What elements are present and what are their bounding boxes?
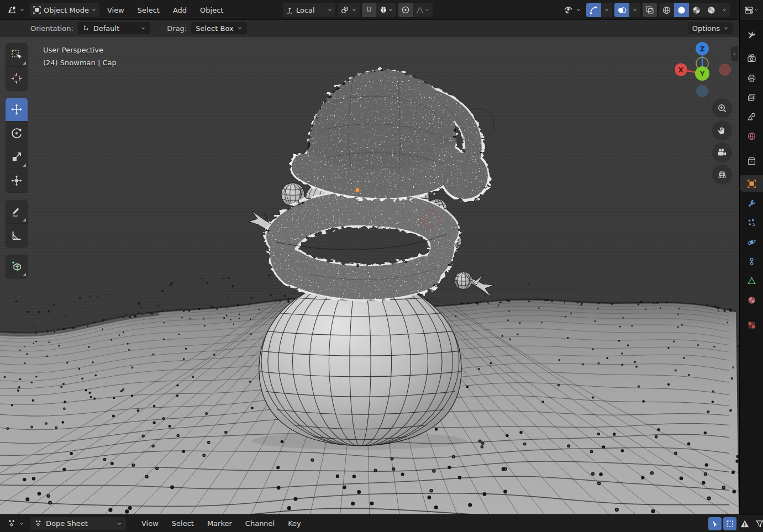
dope-menu-view[interactable]: View [136, 517, 164, 531]
snap-target-dropdown[interactable] [376, 3, 396, 17]
dope-menu-key[interactable]: Key [282, 517, 307, 531]
warning-icon [740, 519, 749, 528]
zoom-icon [717, 103, 727, 113]
xray-icon [645, 6, 654, 14]
tab-view-layer[interactable] [740, 89, 763, 106]
tab-scene[interactable] [740, 108, 763, 125]
tab-constraints[interactable] [740, 253, 763, 270]
snowman-object[interactable] [249, 70, 494, 446]
proportional-editing-toggle[interactable] [398, 3, 413, 17]
pivot-point-dropdown[interactable] [338, 3, 360, 17]
gizmo-x-neg-axis[interactable] [719, 64, 731, 76]
tab-render[interactable] [740, 50, 763, 66]
tool-select-box[interactable] [6, 43, 28, 67]
show-gizmo-toggle[interactable] [586, 3, 601, 17]
only-selected-toggle[interactable] [708, 517, 722, 530]
navigation-gizmo[interactable]: Z X Y [675, 42, 736, 104]
tab-material[interactable] [740, 292, 763, 308]
tool-scale[interactable] [6, 145, 28, 169]
dope-menu-select[interactable]: Select [166, 517, 199, 531]
shading-material-button[interactable] [689, 3, 704, 17]
show-overlays-toggle[interactable] [614, 3, 629, 17]
options-dropdown[interactable]: Options [688, 22, 733, 34]
snowman-scarf[interactable] [276, 209, 446, 283]
show-visibility-dropdown[interactable] [560, 3, 584, 17]
tool-move[interactable] [6, 98, 28, 122]
shading-wireframe-button[interactable] [659, 3, 674, 17]
pivot-point-icon [340, 6, 349, 14]
overlays-icon [617, 6, 627, 15]
rotate-icon [10, 127, 23, 139]
filter-button[interactable] [753, 517, 763, 530]
snowman-hat[interactable] [305, 70, 490, 201]
tab-tool[interactable] [740, 27, 763, 43]
only-errors-toggle[interactable] [738, 517, 751, 530]
tool-settings-bar: Orientation: Default Drag: Select Box Op… [0, 20, 739, 36]
gizmo-z-neg-axis[interactable] [696, 85, 708, 97]
dope-sheet-header: Dope Sheet View Select Marker Channel Ke… [0, 514, 763, 532]
zoom-button[interactable] [712, 98, 732, 118]
menu-add[interactable]: Add [167, 3, 192, 17]
tool-add-cube[interactable] [6, 255, 28, 278]
scale-icon [10, 151, 23, 163]
tab-world[interactable] [740, 128, 763, 144]
shading-solid-button[interactable] [674, 3, 689, 17]
camera-view-button[interactable] [712, 143, 732, 162]
chevron-down-icon [722, 7, 727, 13]
gizmo-dropdown[interactable] [601, 3, 612, 17]
proportional-falloff-dropdown[interactable] [413, 3, 433, 17]
tab-collection[interactable] [740, 152, 763, 169]
tab-particles[interactable] [740, 214, 763, 231]
gizmo-z-label: Z [700, 45, 705, 53]
tool-cursor[interactable] [6, 67, 28, 90]
dope-sheet-mode-dropdown[interactable]: Dope Sheet [30, 517, 126, 530]
tab-physics[interactable] [740, 234, 763, 250]
orientation-dropdown[interactable]: Default [78, 22, 151, 34]
chevron-down-icon [723, 25, 729, 31]
annotate-pen-icon [10, 206, 23, 218]
falloff-curve-icon [415, 6, 424, 14]
tool-rotate[interactable] [6, 122, 28, 145]
dope-sheet-mode-label: Dope Sheet [46, 519, 88, 528]
menu-select[interactable]: Select [132, 3, 165, 17]
tool-measure[interactable] [6, 224, 28, 247]
tab-output[interactable] [740, 70, 763, 86]
shading-dropdown[interactable] [719, 3, 730, 17]
3d-viewport[interactable]: User Perspective (24) Snowman | Cap [0, 36, 739, 514]
drag-dropdown[interactable]: Select Box [191, 22, 246, 34]
menu-object[interactable]: Object [194, 3, 229, 17]
tab-object-data[interactable] [740, 272, 763, 289]
chevron-down-icon [351, 7, 357, 13]
tab-texture[interactable] [740, 317, 763, 333]
dope-menu-channel[interactable]: Channel [240, 517, 280, 531]
dope-menu-marker[interactable]: Marker [202, 517, 238, 531]
options-label: Options [692, 24, 720, 33]
chevron-down-icon [327, 7, 333, 13]
tool-annotate[interactable] [6, 200, 28, 224]
snap-toggle[interactable] [362, 3, 376, 17]
menu-view[interactable]: View [102, 3, 130, 17]
move-icon [10, 103, 23, 115]
toggle-xray-button[interactable] [643, 3, 657, 17]
dope-editor-type-button[interactable] [4, 517, 27, 531]
overlays-dropdown[interactable] [629, 3, 640, 17]
shading-solid-icon [677, 6, 686, 15]
3d-viewport-canvas[interactable] [0, 36, 739, 514]
show-hidden-toggle[interactable] [723, 517, 736, 530]
drag-value: Select Box [196, 24, 233, 33]
tab-object[interactable] [740, 175, 763, 192]
ortho-toggle-button[interactable] [712, 165, 732, 185]
properties-editor [739, 0, 763, 514]
properties-editor-type-button[interactable] [740, 0, 763, 20]
pan-button[interactable] [712, 120, 732, 140]
chevron-down-icon [604, 7, 609, 13]
tab-modifiers[interactable] [740, 195, 763, 212]
mode-dropdown[interactable]: Object Mode [30, 3, 99, 17]
dope-sheet-icon [7, 519, 17, 528]
tool-transform[interactable] [6, 169, 28, 192]
viewport-header: Object Mode View Select Add Object Local [0, 0, 739, 20]
transform-orientation-dropdown[interactable]: Local [283, 3, 335, 17]
shading-rendered-button[interactable] [704, 3, 719, 17]
editor-type-button[interactable] [4, 3, 28, 17]
sidebar-toggle[interactable]: ‹ [731, 46, 738, 61]
